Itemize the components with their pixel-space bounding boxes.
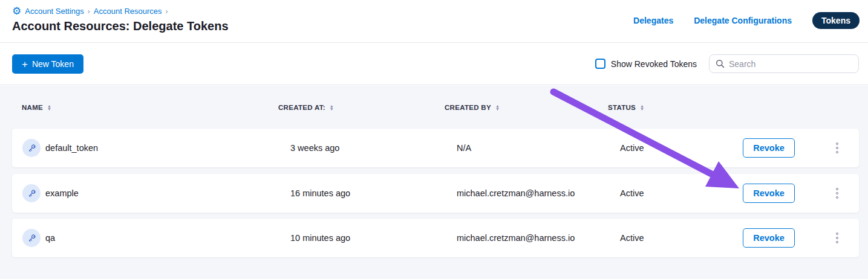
token-created-by: N/A [457,129,471,167]
plus-icon: + [22,59,28,69]
row-menu-kebab-icon[interactable] [830,141,844,155]
breadcrumb-account-resources[interactable]: Account Resources [94,7,162,16]
breadcrumb: ⚙ Account Settings › Account Resources › [12,6,168,16]
sort-icon[interactable]: ▲▼ [330,104,334,111]
column-header-created-by[interactable]: CREATED BY ▲▼ [445,104,500,111]
sort-icon[interactable]: ▲▼ [640,104,644,111]
search-input[interactable] [729,59,852,69]
token-created-at: 3 weeks ago [290,129,339,167]
header-tabs: Delegates Delegate Configurations Tokens [633,12,860,29]
tab-delegates[interactable]: Delegates [633,16,673,25]
token-created-at: 16 minutes ago [290,174,350,213]
search-box[interactable] [709,54,859,73]
breadcrumb-separator: › [88,7,90,16]
show-revoked-checkbox[interactable] [595,59,605,69]
token-status: Active [620,129,644,167]
new-token-label: New Token [32,59,74,69]
breadcrumb-separator: › [166,7,168,16]
token-created-by: michael.cretzman@harness.io [457,174,575,213]
revoke-button[interactable]: Revoke [743,138,795,158]
key-icon [22,184,41,202]
show-revoked-label: Show Revoked Tokens [611,59,697,69]
token-created-at: 10 minutes ago [290,219,350,257]
column-header-name[interactable]: NAME ▲▼ [22,104,51,111]
token-name: default_token [45,129,98,167]
tab-delegate-configurations[interactable]: Delegate Configurations [694,16,792,25]
revoke-button[interactable]: Revoke [743,228,795,248]
column-header-created-at[interactable]: CREATED AT: ▲▼ [278,104,334,111]
column-header-status[interactable]: STATUS ▲▼ [608,104,644,111]
column-label: CREATED BY [445,104,491,111]
sort-icon[interactable]: ▲▼ [495,104,500,111]
table-row[interactable]: qa 10 minutes ago michael.cretzman@harne… [12,219,859,257]
search-icon [716,59,725,68]
row-menu-kebab-icon[interactable] [830,186,844,200]
row-menu-kebab-icon[interactable] [830,231,844,245]
show-revoked-toggle[interactable]: Show Revoked Tokens [595,59,697,69]
token-created-by: michael.cretzman@harness.io [457,219,575,257]
token-name: example [45,174,79,213]
breadcrumb-account-settings[interactable]: Account Settings [25,7,84,16]
column-label: STATUS [608,104,636,111]
column-label: CREATED AT: [278,104,325,111]
table-row[interactable]: example 16 minutes ago michael.cretzman@… [12,174,859,213]
toolbar: + New Token Show Revoked Tokens [0,43,868,85]
delegate-tokens-page: ⚙ Account Settings › Account Resources ›… [0,0,868,279]
gear-icon: ⚙ [12,6,21,16]
token-status: Active [620,219,644,257]
tokens-table: NAME ▲▼ CREATED AT: ▲▼ CREATED BY ▲▼ STA… [0,86,868,279]
sort-icon[interactable]: ▲▼ [47,104,51,111]
column-label: NAME [22,104,43,111]
page-title: Account Resources: Delegate Tokens [12,19,229,33]
key-icon [22,229,41,247]
token-status: Active [620,174,644,213]
revoke-button[interactable]: Revoke [743,184,795,203]
key-icon [22,139,41,157]
table-header-row: NAME ▲▼ CREATED AT: ▲▼ CREATED BY ▲▼ STA… [0,104,868,124]
token-name: qa [45,219,55,257]
new-token-button[interactable]: + New Token [12,54,83,74]
page-header: ⚙ Account Settings › Account Resources ›… [0,0,868,43]
tab-tokens[interactable]: Tokens [812,12,860,29]
table-row[interactable]: default_token 3 weeks ago N/A Active Rev… [12,129,859,167]
